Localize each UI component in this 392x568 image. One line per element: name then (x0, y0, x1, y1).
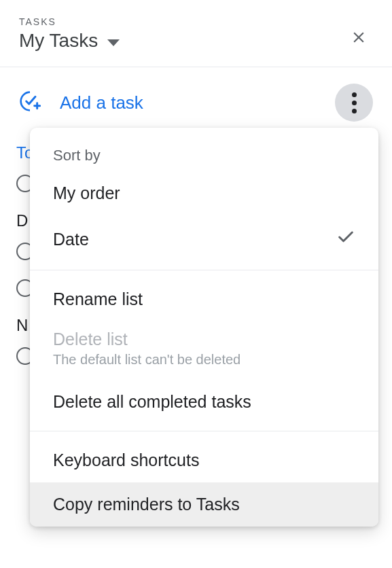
list-selector[interactable]: My Tasks (19, 30, 120, 52)
options-menu: Sort by My order Date Rename list Delete… (30, 128, 378, 527)
header: TASKS My Tasks (0, 0, 392, 67)
menu-item-label: Copy reminders to Tasks (53, 495, 240, 514)
menu-rename-list[interactable]: Rename list (30, 277, 378, 321)
more-options-button[interactable] (335, 84, 373, 122)
menu-copy-reminders[interactable]: Copy reminders to Tasks (30, 482, 378, 527)
menu-item-label: Delete list (53, 330, 355, 349)
menu-keyboard-shortcuts[interactable]: Keyboard shortcuts (30, 438, 378, 482)
menu-item-label: Keyboard shortcuts (53, 450, 199, 470)
menu-item-label: My order (53, 183, 120, 203)
chevron-down-icon (107, 39, 120, 46)
add-task-button[interactable]: Add a task (19, 90, 143, 115)
header-left: TASKS My Tasks (19, 16, 120, 52)
more-vertical-icon (352, 92, 357, 113)
menu-delete-completed[interactable]: Delete all completed tasks (30, 380, 378, 424)
add-task-label: Add a task (60, 92, 143, 113)
add-task-icon (19, 90, 41, 115)
close-icon (350, 29, 368, 46)
menu-sort-label: Sort by (30, 135, 378, 171)
check-icon (336, 228, 355, 251)
menu-sort-my-order[interactable]: My order (30, 171, 378, 215)
menu-item-label: Delete all completed tasks (53, 392, 251, 412)
app-label: TASKS (19, 16, 120, 27)
menu-delete-list: Delete list The default list can't be de… (30, 321, 378, 380)
menu-sort-date[interactable]: Date (30, 215, 378, 263)
list-name: My Tasks (19, 30, 98, 52)
menu-item-sublabel: The default list can't be deleted (53, 352, 355, 368)
close-button[interactable] (344, 23, 373, 54)
menu-item-label: Rename list (53, 289, 143, 309)
menu-item-label: Date (53, 230, 89, 249)
